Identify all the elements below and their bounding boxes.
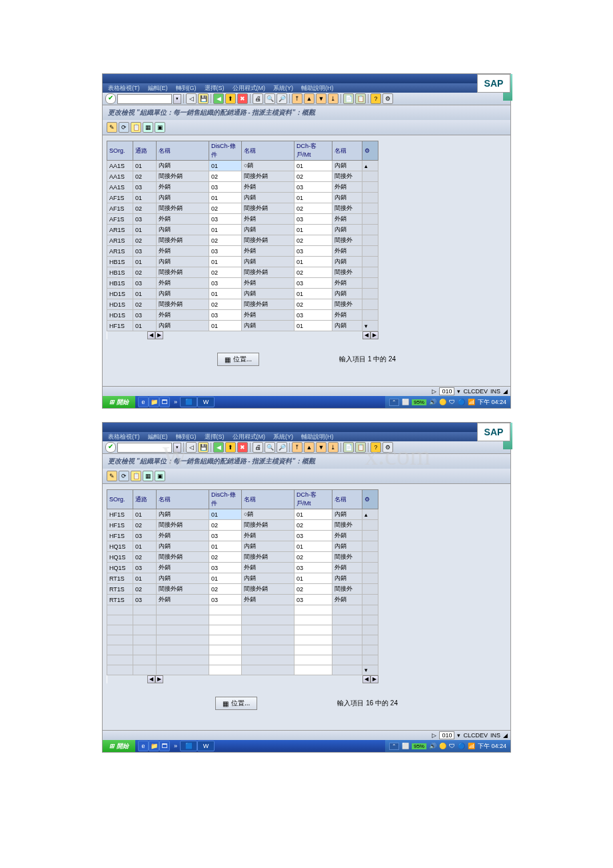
menu-help[interactable]: 輔助說明(H) — [301, 433, 334, 441]
col-dch[interactable]: 通路 — [133, 141, 157, 161]
cell[interactable]: 03 — [209, 246, 242, 257]
scroll-left-icon[interactable]: ◀ — [147, 331, 155, 339]
exit-icon[interactable]: ⬆ — [225, 93, 236, 104]
cell[interactable]: 03 — [295, 310, 332, 321]
scrollbar[interactable] — [362, 552, 378, 563]
session-new-icon[interactable]: 📄 — [343, 93, 354, 104]
next-page-icon[interactable]: ▼ — [316, 93, 326, 104]
scrollbar[interactable] — [362, 203, 378, 214]
copy-icon[interactable]: 📋 — [131, 122, 141, 133]
scroll-left-icon[interactable]: ◀ — [147, 675, 155, 683]
session-new-icon[interactable]: 📄 — [343, 442, 354, 453]
scrollbar[interactable] — [362, 235, 378, 246]
cell[interactable]: 03 — [209, 595, 242, 605]
start-button[interactable]: ⊞開始 — [103, 740, 135, 752]
col-name1[interactable]: 名稱 — [157, 141, 209, 161]
scrollbar[interactable] — [362, 257, 378, 267]
cell[interactable]: 03 — [209, 182, 242, 193]
task-app-icon[interactable]: 🗔 — [159, 397, 170, 407]
table-row[interactable]: HF1S03外銷03外銷03外銷 — [107, 531, 378, 541]
cell[interactable]: 03 — [209, 214, 242, 225]
cell[interactable] — [209, 625, 242, 635]
back-icon[interactable]: ◀ — [213, 93, 224, 104]
cell[interactable]: 02 — [209, 267, 242, 278]
table-row[interactable]: HB1S01內銷01內銷01內銷 — [107, 257, 378, 267]
command-field[interactable] — [117, 94, 172, 104]
scroll-right2-icon[interactable]: ▶ — [370, 331, 378, 339]
layout-icon[interactable]: ⚙ — [382, 93, 393, 104]
disk-icon[interactable]: 💾 — [198, 93, 209, 104]
cell[interactable]: 03 — [295, 246, 332, 257]
cell[interactable] — [295, 665, 332, 675]
table-row[interactable]: HB1S03外銷03外銷03外銷 — [107, 278, 378, 289]
col-dch[interactable]: 通路 — [133, 490, 157, 509]
scrollbar[interactable] — [362, 310, 378, 321]
cell[interactable]: 01 — [295, 257, 332, 267]
col-name2[interactable]: 名稱 — [242, 141, 295, 161]
back-icon[interactable]: ◀ — [213, 442, 224, 453]
scrollbar[interactable]: ▾ — [362, 665, 378, 675]
config-icon[interactable]: ⚙ — [362, 141, 378, 161]
scrollbar[interactable] — [362, 584, 378, 595]
session-list-icon[interactable]: 📋 — [355, 442, 366, 453]
table-row[interactable]: AF1S01內銷01內銷01內銷 — [107, 193, 378, 203]
scrollbar[interactable]: ▾ — [362, 321, 378, 331]
tray-net-icon[interactable]: 🟡 — [439, 743, 446, 749]
status-drop-icon[interactable]: ▾ — [457, 388, 460, 395]
table-row[interactable] — [107, 635, 378, 645]
cell[interactable]: 01 — [209, 509, 242, 520]
table-row[interactable] — [107, 605, 378, 615]
config-icon[interactable]: ⚙ — [362, 490, 378, 509]
cell[interactable]: 01 — [209, 257, 242, 267]
scrollbar[interactable] — [362, 171, 378, 182]
prev-page-icon[interactable]: ▲ — [304, 442, 314, 453]
cell[interactable]: 02 — [295, 171, 332, 182]
save-icon[interactable]: ◁ — [186, 442, 197, 453]
cell[interactable]: 01 — [295, 289, 332, 299]
new-entries-icon[interactable]: ⟳ — [119, 122, 129, 133]
table-row[interactable]: AF1S02間接外銷02間接外銷02間接外 — [107, 203, 378, 214]
table-row[interactable]: AA1S03外銷03外銷03外銷 — [107, 182, 378, 193]
cell[interactable]: 01 — [209, 193, 242, 203]
first-page-icon[interactable]: ⤒ — [292, 93, 303, 104]
table-row[interactable]: ▾ — [107, 665, 378, 675]
cell[interactable]: 02 — [209, 520, 242, 531]
scroll-left2-icon[interactable]: ◀ — [362, 675, 370, 683]
layout-icon[interactable]: ⚙ — [382, 442, 393, 453]
start-button[interactable]: ⊞開始 — [103, 396, 135, 408]
table-row[interactable]: HB1S02間接外銷02間接外銷02間接外 — [107, 267, 378, 278]
resize-icon[interactable]: ◢ — [503, 388, 508, 395]
scrollbar[interactable] — [362, 278, 378, 289]
cell[interactable]: 02 — [295, 584, 332, 595]
cell[interactable]: 02 — [209, 584, 242, 595]
cell[interactable]: 02 — [295, 552, 332, 563]
col-sorg[interactable]: SOrg. — [107, 490, 133, 509]
table-row[interactable]: HQ1S01內銷01內銷01內銷 — [107, 541, 378, 552]
delimit-icon[interactable]: ▦ — [143, 471, 153, 481]
cell[interactable] — [209, 665, 242, 675]
cell[interactable] — [295, 625, 332, 635]
menu-goto[interactable]: 轉到(G) — [176, 84, 197, 93]
status-drop-icon[interactable]: ▾ — [457, 732, 460, 739]
col-sorg[interactable]: SOrg. — [107, 141, 133, 161]
find-icon[interactable]: 🔍 — [265, 442, 275, 453]
resize-icon[interactable]: ◢ — [503, 732, 508, 739]
cell[interactable] — [209, 605, 242, 615]
tray-more-icon[interactable]: 📶 — [468, 399, 475, 405]
menu-table[interactable]: 表格檢視(T) — [108, 433, 140, 441]
cell[interactable] — [209, 645, 242, 655]
table-row[interactable]: AR1S01內銷01內銷01內銷 — [107, 225, 378, 235]
table-row[interactable]: AF1S03外銷03外銷03外銷 — [107, 214, 378, 225]
tray-spk-icon[interactable]: 🔊 — [429, 743, 436, 749]
task-sap-icon[interactable]: 🟦 — [180, 397, 197, 407]
scrollbar[interactable] — [362, 635, 378, 645]
menu-help[interactable]: 輔助說明(H) — [301, 84, 334, 93]
scroll-right-icon[interactable]: ▶ — [155, 675, 163, 683]
cell[interactable]: 03 — [295, 531, 332, 541]
table-row[interactable]: HD1S03外銷03外銷03外銷 — [107, 310, 378, 321]
col-name2[interactable]: 名稱 — [242, 490, 295, 509]
task-folder-icon[interactable]: 📁 — [149, 397, 159, 407]
scrollbar[interactable] — [362, 625, 378, 635]
scrollbar[interactable] — [362, 267, 378, 278]
table-row[interactable]: AA1S02間接外銷02間接外銷02間接外 — [107, 171, 378, 182]
